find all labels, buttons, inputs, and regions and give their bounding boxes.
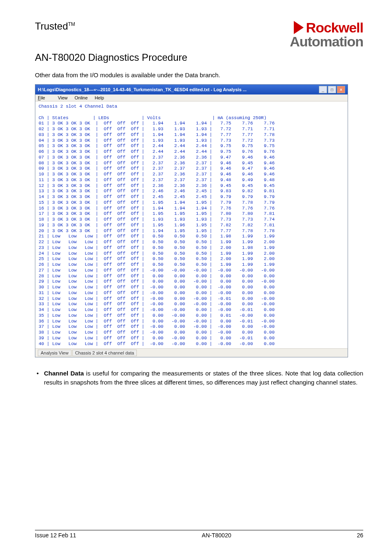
page-footer: Issue 12 Feb 11 AN-T80020 26 (35, 530, 363, 539)
rockwell-line1: Rockwell (306, 21, 363, 35)
status-cell-2: Chassis 2 slot 4 channel data (72, 350, 137, 356)
minimize-icon[interactable]: _ (319, 86, 327, 93)
menu-view[interactable]: View (58, 95, 68, 100)
bullet-rest: is useful for comparing the measurements… (44, 370, 363, 386)
doc-title: AN-T80020 Diagnostics Procedure (35, 52, 363, 63)
bullet-bold: Channel Data (44, 370, 84, 377)
rockwell-triangle-icon (294, 21, 304, 34)
intro-text: Other data from the I/O modules is avail… (35, 71, 363, 78)
log-window: H:\Logs\Diagnostics_18---«·--2010_14-43-… (35, 84, 348, 357)
bullet-paragraph: • Channel Data is useful for comparing t… (37, 369, 363, 387)
log-body: Chassis 2 slot 4 Channel Data Ch | State… (35, 101, 348, 348)
menu-online[interactable]: Online (75, 95, 88, 100)
log-menu: File View Online Help (35, 94, 348, 101)
rockwell-line2: Automation (290, 35, 363, 48)
log-titlebar[interactable]: H:\Logs\Diagnostics_18---«·--2010_14-43-… (35, 85, 348, 94)
maximize-icon[interactable]: □ (328, 86, 336, 93)
close-icon[interactable]: × (337, 86, 345, 93)
menu-file[interactable]: File (38, 95, 51, 100)
status-cell-1: Analysis View (38, 350, 71, 356)
footer-left: Issue 12 Feb 11 (35, 532, 76, 539)
brand-trusted: TrustedTM (35, 21, 75, 32)
brand-text: Trusted (35, 21, 68, 32)
menu-help[interactable]: Help (95, 95, 104, 100)
footer-center: AN-T80020 (202, 532, 231, 539)
brand-tm: TM (68, 21, 75, 27)
footer-right: 26 (357, 532, 363, 539)
bullet-dot-icon: • (37, 369, 44, 387)
log-status: Analysis View Chassis 2 slot 4 channel d… (35, 348, 348, 357)
rockwell-logo: Rockwell Automation (290, 21, 363, 48)
log-title-text: H:\Logs\Diagnostics_18---«·--2010_14-43-… (38, 87, 247, 92)
